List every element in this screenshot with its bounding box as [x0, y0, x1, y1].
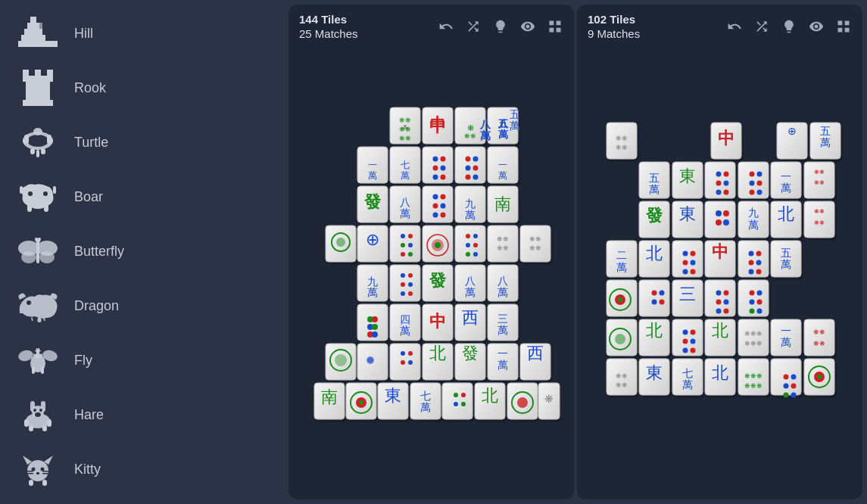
sidebar-item-rook[interactable]: Rook [0, 61, 284, 115]
svg-text:西: 西 [527, 344, 544, 362]
svg-text:❋❋: ❋❋ [399, 126, 411, 133]
svg-rect-7 [35, 70, 41, 76]
svg-text:❋❋: ❋❋ [814, 169, 825, 176]
sidebar-item-butterfly-label: Butterfly [74, 244, 124, 260]
panel-1-header: 144 Tiles 25 Matches [288, 5, 574, 48]
svg-point-341 [723, 300, 728, 305]
svg-text:北: 北 [712, 363, 728, 382]
sidebar-item-butterfly[interactable]: Butterfly [0, 224, 284, 278]
svg-point-223 [359, 400, 363, 405]
panel-1-controls [438, 18, 563, 35]
svg-text:發: 發 [462, 344, 479, 362]
svg-text:北: 北 [429, 344, 446, 362]
svg-point-304 [723, 210, 729, 216]
svg-point-336 [659, 300, 664, 305]
svg-text:❋❋: ❋❋ [529, 244, 541, 252]
sidebar-item-dragon[interactable]: Dragon [0, 278, 284, 333]
svg-text:萬: 萬 [400, 325, 410, 337]
svg-point-335 [651, 300, 656, 305]
svg-point-233 [517, 397, 528, 408]
layout-button-1[interactable] [547, 18, 563, 35]
shuffle-button-2[interactable] [753, 18, 770, 35]
panel-2-header: 102 Tiles 9 Matches [577, 5, 862, 48]
preview-button-2[interactable] [808, 18, 825, 35]
svg-point-137 [440, 166, 445, 171]
sidebar-item-hill[interactable]: Hill [0, 6, 284, 61]
svg-point-61 [41, 468, 45, 471]
layout-button-2[interactable] [835, 18, 852, 35]
sidebar-item-boar[interactable]: Boar [0, 170, 284, 224]
svg-point-294 [756, 181, 762, 186]
svg-point-13 [27, 135, 48, 147]
shuffle-button-1[interactable] [465, 18, 482, 35]
svg-rect-16 [30, 148, 35, 154]
svg-rect-44 [32, 366, 35, 374]
svg-point-296 [756, 190, 762, 195]
svg-text:❋❋: ❋❋ [497, 244, 509, 252]
svg-point-334 [659, 291, 664, 296]
svg-rect-24 [20, 186, 23, 194]
svg-rect-258 [639, 280, 669, 316]
svg-point-176 [466, 252, 470, 257]
svg-point-145 [472, 175, 478, 180]
svg-text:北: 北 [646, 244, 663, 263]
svg-text:❋❋: ❋❋ [616, 381, 628, 389]
svg-point-151 [432, 194, 438, 200]
svg-text:萬: 萬 [781, 258, 791, 270]
svg-rect-89 [520, 226, 550, 262]
svg-point-355 [682, 339, 688, 344]
svg-point-173 [473, 234, 478, 238]
svg-text:八: 八 [400, 196, 410, 208]
game-panel-1: 144 Tiles 25 Matches [288, 5, 574, 499]
svg-text:北: 北 [646, 321, 663, 340]
svg-point-379 [791, 393, 796, 398]
hint-button-1[interactable] [492, 18, 509, 35]
svg-point-323 [756, 251, 761, 257]
svg-text:萬: 萬 [420, 401, 431, 413]
sidebar-item-boar-label: Boar [74, 189, 103, 205]
preview-button-1[interactable] [519, 18, 536, 35]
svg-rect-91 [390, 265, 420, 301]
svg-point-228 [461, 393, 466, 397]
sidebar-item-kitty[interactable]: Kitty [0, 442, 284, 496]
svg-point-287 [716, 181, 721, 186]
svg-point-213 [401, 360, 405, 365]
sidebar-item-turtle[interactable]: Turtle [0, 115, 284, 170]
sidebar-item-dragon-label: Dragon [74, 298, 119, 314]
svg-rect-6 [23, 70, 29, 76]
svg-point-306 [723, 219, 729, 226]
svg-text:五: 五 [820, 125, 831, 137]
sidebar-item-turtle-label: Turtle [74, 135, 108, 151]
svg-text:一: 一 [781, 170, 791, 182]
svg-point-22 [28, 191, 33, 196]
svg-text:❋❋❋: ❋❋❋ [744, 372, 763, 380]
undo-button-1[interactable] [438, 18, 454, 35]
svg-rect-62 [36, 472, 39, 474]
undo-button-2[interactable] [726, 18, 743, 35]
svg-text:中: 中 [718, 129, 734, 148]
svg-point-291 [749, 172, 754, 177]
svg-point-185 [408, 273, 413, 278]
svg-rect-266 [738, 319, 769, 356]
panel-1-matches: 25 Matches [299, 26, 424, 42]
sidebar-item-fly[interactable]: Fly [0, 333, 284, 387]
sidebar-item-hare[interactable]: Hare [0, 387, 284, 442]
svg-point-138 [432, 175, 438, 180]
svg-point-354 [690, 330, 695, 335]
svg-point-325 [756, 260, 761, 266]
svg-text:❋❋: ❋❋ [464, 132, 476, 140]
svg-point-156 [440, 213, 445, 218]
svg-point-143 [472, 166, 478, 171]
svg-point-320 [690, 269, 695, 275]
svg-point-163 [401, 234, 405, 238]
svg-text:七: 七 [401, 160, 410, 170]
svg-text:❋❋: ❋❋ [529, 235, 541, 243]
svg-point-214 [408, 360, 413, 365]
svg-text:七: 七 [682, 367, 693, 379]
turtle-icon [15, 123, 61, 162]
svg-point-198 [372, 324, 378, 330]
panels-container: 144 Tiles 25 Matches [284, 0, 867, 504]
svg-point-322 [748, 251, 753, 257]
hint-button-2[interactable] [781, 18, 797, 35]
svg-point-18 [33, 128, 42, 135]
